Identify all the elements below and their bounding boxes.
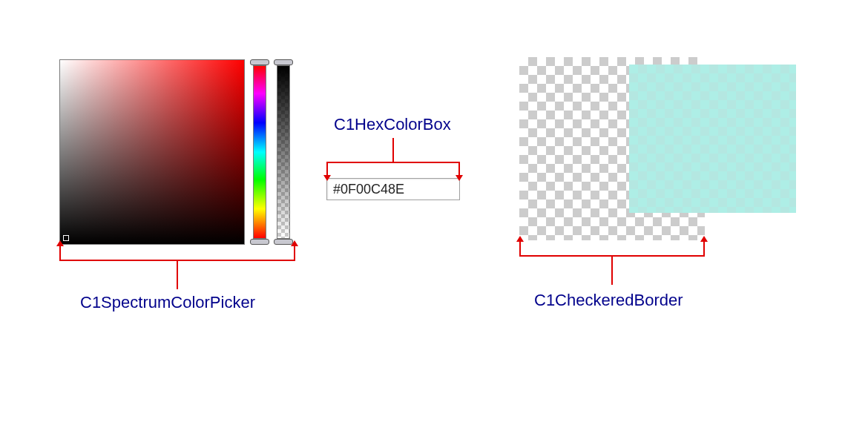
callout-line	[326, 162, 460, 163]
callout-line	[294, 245, 295, 260]
hue-track[interactable]	[253, 65, 266, 239]
arrow-down-icon	[456, 175, 463, 181]
callout-line	[326, 162, 328, 177]
spectrum-picker-label: C1SpectrumColorPicker	[80, 293, 255, 312]
alpha-slider[interactable]	[274, 59, 292, 245]
callout-line	[177, 260, 178, 289]
hex-color-box[interactable]: #0F00C48E	[326, 178, 460, 200]
callout-line	[59, 245, 61, 260]
alpha-slider-thumb-top-icon[interactable]	[274, 59, 293, 65]
saturation-value-panel[interactable]	[59, 59, 245, 245]
hue-slider-thumb-bottom-icon[interactable]	[250, 239, 269, 245]
callout-line	[392, 138, 394, 162]
hex-color-value: #0F00C48E	[333, 182, 404, 197]
hue-slider[interactable]	[251, 59, 269, 245]
alpha-track[interactable]	[277, 65, 290, 239]
checkered-border-front	[629, 65, 796, 213]
callout-line	[611, 255, 613, 285]
hex-box-label: C1HexColorBox	[334, 115, 451, 134]
callout-line	[458, 162, 460, 177]
hue-slider-thumb-top-icon[interactable]	[250, 59, 269, 65]
saturation-value-cursor-icon	[63, 235, 69, 241]
callout-line	[703, 240, 705, 255]
callout-line	[519, 240, 521, 255]
spectrum-color-picker[interactable]	[59, 59, 292, 245]
arrow-down-icon	[323, 175, 331, 181]
alpha-gradient-overlay	[277, 66, 289, 238]
checkered-border-label: C1CheckeredBorder	[534, 291, 683, 310]
